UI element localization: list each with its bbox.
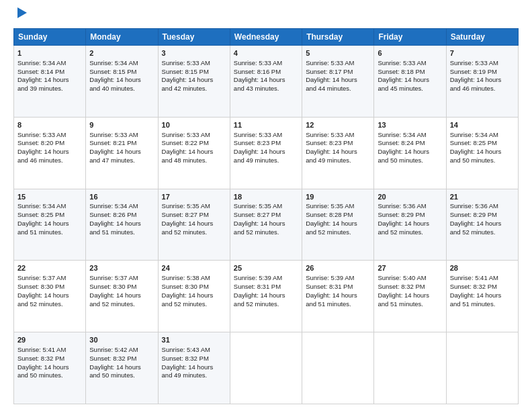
day-number: 7 [450, 48, 515, 58]
day-info-line: and 52 minutes. [450, 228, 515, 237]
day-info-line: Sunset: 8:32 PM [450, 283, 515, 291]
day-info-line: Sunset: 8:14 PM [17, 68, 82, 77]
day-info-line: Daylight: 14 hours [378, 148, 442, 156]
calendar-cell: 16Sunrise: 5:34 AMSunset: 8:26 PMDayligh… [86, 189, 158, 261]
day-number: 16 [89, 192, 154, 202]
day-info-line: Sunrise: 5:39 AM [306, 274, 370, 283]
calendar-cell: 13Sunrise: 5:34 AMSunset: 8:24 PMDayligh… [374, 117, 446, 189]
day-info-line: Sunrise: 5:33 AM [234, 59, 298, 68]
day-info-line: Sunset: 8:28 PM [306, 211, 370, 220]
day-number: 2 [89, 48, 154, 58]
day-info-line: Sunset: 8:15 PM [89, 68, 154, 77]
day-info-line: Sunset: 8:30 PM [17, 283, 82, 291]
day-info-line: Sunset: 8:21 PM [89, 139, 154, 148]
day-info-line: Daylight: 14 hours [17, 363, 82, 372]
day-info-line: and 50 minutes. [89, 371, 154, 380]
day-info-line: Sunrise: 5:33 AM [450, 59, 515, 68]
day-info-line: Sunrise: 5:33 AM [162, 131, 226, 140]
day-info-line: Sunrise: 5:35 AM [234, 202, 298, 211]
day-info-line: and 46 minutes. [17, 156, 82, 165]
day-info-line: Daylight: 14 hours [162, 220, 226, 228]
day-info-line: Daylight: 14 hours [306, 220, 370, 228]
day-info-line: Sunset: 8:16 PM [234, 68, 298, 77]
day-number: 6 [378, 48, 442, 58]
day-info-line: Daylight: 14 hours [234, 148, 298, 156]
calendar-cell: 8Sunrise: 5:33 AMSunset: 8:20 PMDaylight… [14, 117, 86, 189]
day-info-line: and 39 minutes. [17, 85, 82, 93]
day-number: 19 [306, 192, 370, 202]
day-info-line: and 45 minutes. [378, 85, 442, 93]
day-number: 27 [378, 263, 442, 273]
logo-icon [15, 6, 30, 21]
calendar-cell: 30Sunrise: 5:42 AMSunset: 8:32 PMDayligh… [86, 332, 158, 404]
day-info-line: Sunrise: 5:36 AM [378, 202, 442, 211]
day-info-line: Daylight: 14 hours [17, 291, 82, 300]
calendar-cell: 17Sunrise: 5:35 AMSunset: 8:27 PMDayligh… [158, 189, 230, 261]
day-info-line: Sunrise: 5:34 AM [450, 131, 515, 140]
day-info-line: and 48 minutes. [162, 156, 226, 165]
day-info-line: Sunset: 8:30 PM [162, 283, 226, 291]
day-number: 5 [306, 48, 370, 58]
day-number: 23 [89, 263, 154, 273]
calendar-cell: 12Sunrise: 5:33 AMSunset: 8:23 PMDayligh… [302, 117, 374, 189]
calendar-cell [302, 332, 374, 404]
day-info-line: Sunrise: 5:34 AM [17, 202, 82, 211]
day-info-line: Sunrise: 5:33 AM [378, 59, 442, 68]
calendar-cell: 20Sunrise: 5:36 AMSunset: 8:29 PMDayligh… [374, 189, 446, 261]
calendar-cell: 29Sunrise: 5:41 AMSunset: 8:32 PMDayligh… [14, 332, 86, 404]
calendar-cell: 7Sunrise: 5:33 AMSunset: 8:19 PMDaylight… [446, 46, 518, 118]
calendar-cell: 22Sunrise: 5:37 AMSunset: 8:30 PMDayligh… [14, 261, 86, 332]
day-info-line: Daylight: 14 hours [234, 76, 298, 85]
day-number: 13 [378, 120, 442, 130]
day-info-line: Sunset: 8:23 PM [234, 139, 298, 148]
day-info-line: Sunrise: 5:35 AM [306, 202, 370, 211]
calendar-cell: 2Sunrise: 5:34 AMSunset: 8:15 PMDaylight… [86, 46, 158, 118]
calendar-week-row: 15Sunrise: 5:34 AMSunset: 8:25 PMDayligh… [14, 189, 519, 261]
day-number: 17 [162, 192, 226, 202]
weekday-header-row: SundayMondayTuesdayWednesdayThursdayFrid… [14, 29, 519, 46]
calendar-cell: 18Sunrise: 5:35 AMSunset: 8:27 PMDayligh… [230, 189, 302, 261]
day-info-line: Sunset: 8:29 PM [378, 211, 442, 220]
day-info-line: and 44 minutes. [306, 85, 370, 93]
day-number: 20 [378, 192, 442, 202]
day-number: 30 [89, 335, 154, 345]
day-info-line: Daylight: 14 hours [450, 220, 515, 228]
day-info-line: and 46 minutes. [450, 85, 515, 93]
day-info-line: Sunset: 8:15 PM [162, 68, 226, 77]
day-info-line: Sunrise: 5:33 AM [306, 59, 370, 68]
day-info-line: Daylight: 14 hours [450, 291, 515, 300]
calendar-week-row: 1Sunrise: 5:34 AMSunset: 8:14 PMDaylight… [14, 46, 519, 118]
day-info-line: Daylight: 14 hours [89, 291, 154, 300]
weekday-header-monday: Monday [86, 29, 158, 46]
calendar-cell: 31Sunrise: 5:43 AMSunset: 8:32 PMDayligh… [158, 332, 230, 404]
day-info-line: Sunrise: 5:34 AM [378, 131, 442, 140]
calendar-cell: 25Sunrise: 5:39 AMSunset: 8:31 PMDayligh… [230, 261, 302, 332]
day-number: 29 [17, 335, 82, 345]
weekday-header-wednesday: Wednesday [230, 29, 302, 46]
calendar-cell: 5Sunrise: 5:33 AMSunset: 8:17 PMDaylight… [302, 46, 374, 118]
day-number: 14 [450, 120, 515, 130]
day-number: 4 [234, 48, 298, 58]
calendar-cell [230, 332, 302, 404]
header [13, 11, 519, 23]
calendar: SundayMondayTuesdayWednesdayThursdayFrid… [13, 28, 519, 404]
day-info-line: Daylight: 14 hours [378, 220, 442, 228]
day-info-line: Sunset: 8:22 PM [162, 139, 226, 148]
day-info-line: Sunset: 8:32 PM [378, 283, 442, 291]
day-number: 18 [234, 192, 298, 202]
day-info-line: Sunset: 8:25 PM [450, 139, 515, 148]
day-info-line: Daylight: 14 hours [89, 363, 154, 372]
day-info-line: Sunrise: 5:43 AM [162, 346, 226, 355]
day-info-line: and 50 minutes. [450, 156, 515, 165]
day-number: 31 [162, 335, 226, 345]
day-info-line: and 52 minutes. [89, 300, 154, 309]
calendar-cell: 10Sunrise: 5:33 AMSunset: 8:22 PMDayligh… [158, 117, 230, 189]
day-number: 3 [162, 48, 226, 58]
day-info-line: Sunset: 8:18 PM [378, 68, 442, 77]
day-info-line: Daylight: 14 hours [89, 220, 154, 228]
day-info-line: Sunset: 8:32 PM [162, 355, 226, 363]
day-info-line: and 52 minutes. [234, 228, 298, 237]
day-info-line: Sunset: 8:27 PM [162, 211, 226, 220]
svg-marker-0 [17, 7, 27, 18]
calendar-cell: 6Sunrise: 5:33 AMSunset: 8:18 PMDaylight… [374, 46, 446, 118]
